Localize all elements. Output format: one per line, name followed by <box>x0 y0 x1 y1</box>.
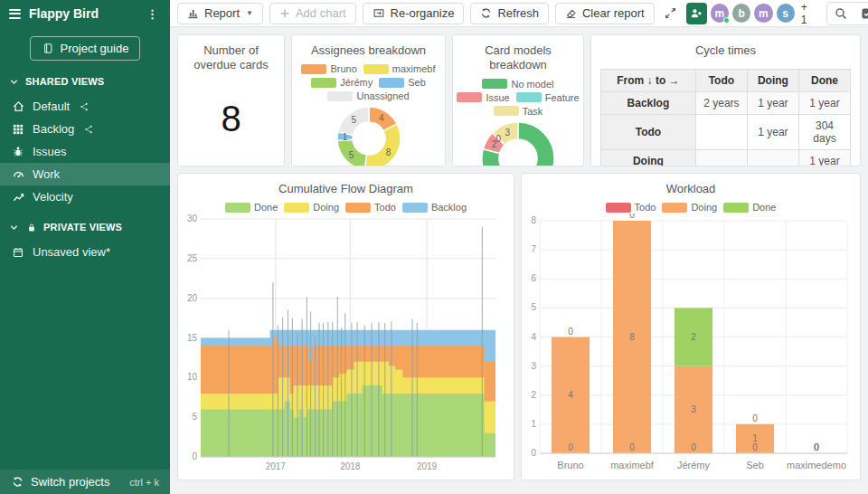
bar-value-label: 3 <box>691 405 696 415</box>
cumulative-flow-widget: Cumulative Flow Diagram DoneDoingTodoBac… <box>177 173 514 480</box>
legend-item[interactable]: maximebf <box>363 63 436 74</box>
sidebar-item-issues[interactable]: Issues <box>0 140 170 163</box>
legend-item[interactable]: Issue <box>457 92 509 103</box>
share-icon <box>80 102 89 111</box>
sidebar: Flappy Bird ⋮ Project guide SHARED VIEWS… <box>0 0 170 494</box>
legend-item[interactable]: Feature <box>516 92 580 103</box>
sidebar-item-default[interactable]: Default <box>0 95 170 118</box>
legend-item[interactable]: Done <box>225 202 278 213</box>
donut-value-label: 5 <box>348 150 354 160</box>
bar-value-label: 0 <box>568 442 573 452</box>
bar-value-label: 4 <box>568 391 573 401</box>
invite-member-button[interactable] <box>686 3 707 24</box>
legend-swatch <box>482 79 507 89</box>
sidebar-item-unsaved-view[interactable]: Unsaved view* <box>0 241 170 263</box>
legend-label: Issue <box>486 92 509 103</box>
grid-icon <box>12 123 24 136</box>
chevron-down-icon <box>7 75 20 88</box>
table-cell <box>747 150 798 166</box>
legend-item[interactable]: Backlog <box>402 202 467 213</box>
y-tick-label: 0 <box>192 451 197 461</box>
more-members-count[interactable]: + 1 <box>801 1 816 26</box>
column-header: Todo <box>695 70 747 92</box>
clear-report-button[interactable]: Clear report <box>555 3 655 24</box>
models-donut-chart: 19203 <box>479 119 557 167</box>
expand-icon <box>665 7 676 19</box>
refresh-button[interactable]: Refresh <box>470 3 549 24</box>
y-tick-label: 0 <box>531 448 536 458</box>
member-avatar[interactable]: s <box>777 4 795 23</box>
legend-label: Feature <box>545 92 580 103</box>
project-guide-button[interactable]: Project guide <box>30 36 141 61</box>
legend-label: maximebf <box>392 63 436 74</box>
cycle-times-widget: Cycle times From ↓ to → Todo Doing Done … <box>590 34 861 166</box>
bar-value-label: 0 <box>752 442 758 452</box>
bug-icon <box>12 146 24 158</box>
legend-swatch <box>457 92 482 102</box>
legend-item[interactable]: Unassigned <box>327 90 409 101</box>
legend-item[interactable]: Task <box>494 106 543 117</box>
private-views-header[interactable]: PRIVATE VIEWS <box>0 208 170 241</box>
y-tick-label: 10 <box>187 373 198 383</box>
project-title: Flappy Bird <box>29 6 136 21</box>
legend-item[interactable]: Todo <box>606 202 656 213</box>
bar-value-label: 0 <box>568 327 573 337</box>
legend-swatch <box>284 203 309 213</box>
sidebar-item-work[interactable]: Work <box>0 163 170 185</box>
y-tick-label: 20 <box>187 293 198 303</box>
legend-swatch <box>225 203 250 213</box>
legend-item[interactable]: Bruno <box>301 63 356 74</box>
search-button[interactable] <box>827 2 854 25</box>
legend-label: Todo <box>635 202 656 213</box>
plus-icon <box>279 8 290 19</box>
workload-chart: 012345678040Bruno080maximebf032Jérémy010… <box>522 214 854 475</box>
legend-item[interactable]: Jérémy <box>311 77 373 88</box>
legend-label: Bruno <box>330 63 356 74</box>
switch-projects-shortcut: ctrl + k <box>129 477 159 488</box>
report-button[interactable]: Report ▼ <box>177 3 263 24</box>
add-chart-button[interactable]: Add chart <box>269 3 356 24</box>
legend-label: Done <box>752 202 776 213</box>
table-cell: 2 years <box>695 92 747 115</box>
book-icon <box>42 43 54 55</box>
sidebar-item-label: Unsaved view* <box>33 245 110 259</box>
y-tick-label: 3 <box>531 361 536 371</box>
widget-title: Number of overdue cards <box>178 35 284 75</box>
fullscreen-button[interactable] <box>661 7 680 19</box>
member-avatar[interactable]: b <box>732 4 750 23</box>
legend-label: Unassigned <box>356 90 409 101</box>
legend-swatch <box>494 106 519 116</box>
legend-swatch <box>516 92 542 102</box>
x-tick-label: 2017 <box>266 461 287 471</box>
table-cell <box>695 150 747 166</box>
legend-label: Todo <box>374 202 396 213</box>
sidebar-header: Flappy Bird ⋮ <box>0 0 170 27</box>
legend-item[interactable]: Done <box>723 202 776 213</box>
table-row: Backlog 2 years 1 year 1 year <box>601 92 851 115</box>
add-chart-label: Add chart <box>296 6 346 20</box>
hamburger-menu-icon[interactable] <box>9 9 21 19</box>
legend-item[interactable]: No model <box>482 79 553 90</box>
switch-projects-button[interactable]: Switch projects ctrl + k <box>0 470 170 494</box>
legend-item[interactable]: Seb <box>379 77 426 88</box>
bar-value-label: 0 <box>752 413 758 423</box>
tasks-checkbox-button[interactable] <box>854 2 868 25</box>
reorganize-button[interactable]: Re-organize <box>363 3 465 24</box>
project-menu-icon[interactable]: ⋮ <box>144 7 161 21</box>
member-avatar[interactable]: m <box>711 4 729 23</box>
column-header: Done <box>798 70 850 92</box>
legend-item[interactable]: Doing <box>284 202 339 213</box>
legend-swatch <box>402 203 428 213</box>
legend-label: Task <box>523 106 543 117</box>
reorganize-label: Re-organize <box>391 6 455 20</box>
calendar-icon <box>12 246 24 259</box>
sidebar-item-label: Default <box>33 100 70 113</box>
legend-item[interactable]: Doing <box>662 202 717 213</box>
sidebar-item-label: Backlog <box>33 122 74 136</box>
sidebar-item-backlog[interactable]: Backlog <box>0 118 170 140</box>
shared-views-header[interactable]: SHARED VIEWS <box>0 62 170 95</box>
sidebar-item-velocity[interactable]: Velocity <box>0 185 170 208</box>
legend-item[interactable]: Todo <box>345 202 396 213</box>
member-avatar[interactable]: m <box>754 4 772 23</box>
bar-chart-icon <box>187 7 199 19</box>
